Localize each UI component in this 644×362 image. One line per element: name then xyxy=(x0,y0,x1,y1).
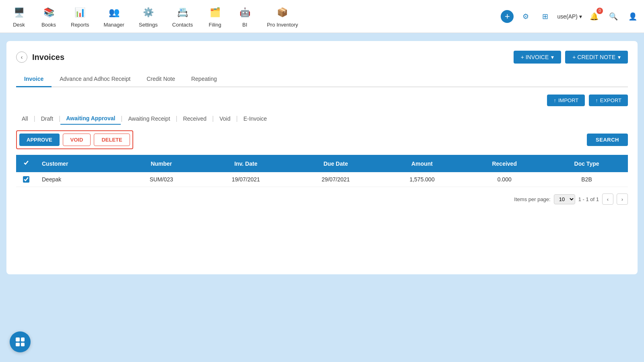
filter-received[interactable]: Received xyxy=(178,113,212,124)
tab-advance[interactable]: Advance and Adhoc Receipt xyxy=(52,72,138,87)
nav-label-filing: Filing xyxy=(209,22,221,28)
add-credit-note-button[interactable]: + CREDIT NOTE ▾ xyxy=(565,51,628,64)
nav-item-filing[interactable]: 🗂️ Filing xyxy=(200,1,230,32)
filter-awaiting-approval[interactable]: Awaiting Approval xyxy=(60,113,121,125)
items-per-page-label: Items per page: xyxy=(514,196,550,202)
col-number: Number xyxy=(122,155,201,172)
reports-icon: 📊 xyxy=(72,5,88,20)
page-header: ‹ Invoices + INVOICE ▾ + CREDIT NOTE ▾ xyxy=(16,51,628,64)
table-row[interactable]: Deepak SUM/023 19/07/2021 29/07/2021 1,5… xyxy=(16,172,628,187)
tab-credit-note[interactable]: Credit Note xyxy=(138,72,183,87)
row-customer: Deepak xyxy=(36,172,122,187)
row-checkbox-cell[interactable] xyxy=(16,172,36,187)
col-due-date: Due Date xyxy=(291,155,380,172)
chevron-down-icon: ▾ xyxy=(579,13,582,20)
nav-item-settings[interactable]: ⚙️ Settings xyxy=(132,1,165,32)
row-due-date: 29/07/2021 xyxy=(291,172,380,187)
filter-all[interactable]: All xyxy=(16,113,34,124)
back-arrow-icon: ‹ xyxy=(21,54,23,60)
col-inv-date: Inv. Date xyxy=(201,155,291,172)
page-header-left: ‹ Invoices xyxy=(16,51,64,63)
user-menu-button[interactable]: use(AP) ▾ xyxy=(557,13,582,20)
per-page-select[interactable]: 10 20 50 xyxy=(554,194,575,204)
add-invoice-button[interactable]: + INVOICE ▾ xyxy=(514,51,561,64)
approve-button[interactable]: APPROVE xyxy=(19,134,60,146)
grid-view-float-button[interactable] xyxy=(10,331,31,352)
nav-item-manager[interactable]: 👥 Manager xyxy=(97,1,132,32)
row-doc-type: B2B xyxy=(545,172,628,187)
row-number: SUM/023 xyxy=(122,172,201,187)
gear-settings-button[interactable]: ⚙ xyxy=(518,9,533,24)
filter-awaiting-receipt[interactable]: Awaiting Receipt xyxy=(123,113,176,124)
col-received: Received xyxy=(463,155,545,172)
nav-label-pro-inventory: Pro Inventory xyxy=(267,22,298,28)
invoice-dropdown-icon: ▾ xyxy=(551,54,554,60)
nav-item-desk[interactable]: 🖥️ Desk xyxy=(4,1,34,32)
col-checkbox[interactable] xyxy=(16,155,36,172)
main-content: ‹ Invoices + INVOICE ▾ + CREDIT NOTE ▾ I… xyxy=(0,33,644,282)
delete-button[interactable]: DELETE xyxy=(94,134,130,146)
nav-item-books[interactable]: 📚 Books xyxy=(34,1,64,32)
user-label: use(AP) xyxy=(557,13,578,20)
nav-item-contacts[interactable]: 📇 Contacts xyxy=(165,1,200,32)
grid-icon xyxy=(16,337,25,346)
row-received: 0.000 xyxy=(463,172,545,187)
grid-view-button[interactable]: ⊞ xyxy=(538,9,552,24)
prev-icon: ‹ xyxy=(607,196,609,202)
prev-page-button[interactable]: ‹ xyxy=(602,193,613,205)
col-customer: Customer xyxy=(36,155,122,172)
nav-label-manager: Manager xyxy=(104,22,124,28)
nav-item-bi[interactable]: 🤖 BI xyxy=(230,1,260,32)
notification-button[interactable]: 🔔 0 xyxy=(587,9,601,24)
filing-icon: 🗂️ xyxy=(207,5,223,20)
export-icon: ↑ xyxy=(595,97,598,103)
bulk-action-buttons: APPROVE VOID DELETE xyxy=(16,130,133,149)
import-button[interactable]: ↑ IMPORT xyxy=(547,95,585,106)
filter-draft[interactable]: Draft xyxy=(35,113,59,124)
nav-label-desk: Desk xyxy=(13,22,25,28)
import-icon: ↑ xyxy=(553,97,556,103)
search-button[interactable]: 🔍 xyxy=(606,9,621,24)
page-title: Invoices xyxy=(32,53,64,62)
invoices-card: ‹ Invoices + INVOICE ▾ + CREDIT NOTE ▾ I… xyxy=(6,41,638,274)
tab-repeating[interactable]: Repeating xyxy=(183,72,225,87)
invoices-table: Customer Number Inv. Date Due Date Amoun… xyxy=(16,155,628,187)
manager-icon: 👥 xyxy=(106,5,122,20)
next-icon: › xyxy=(621,196,623,202)
add-invoice-label: + INVOICE xyxy=(521,54,549,60)
pro-inventory-icon: 📦 xyxy=(275,5,290,20)
import-export-row: ↑ IMPORT ↑ EXPORT xyxy=(16,95,628,106)
row-inv-date: 19/07/2021 xyxy=(201,172,291,187)
nav-label-settings: Settings xyxy=(139,22,158,28)
void-button[interactable]: VOID xyxy=(63,134,91,146)
nav-item-pro-inventory[interactable]: 📦 Pro Inventory xyxy=(260,1,305,32)
contacts-icon: 📇 xyxy=(175,5,190,20)
filter-e-invoice[interactable]: E-Invoice xyxy=(238,113,272,124)
tab-invoice[interactable]: Invoice xyxy=(16,72,52,87)
select-all-checkbox[interactable] xyxy=(23,160,29,166)
col-doc-type: Doc Type xyxy=(545,155,628,172)
import-label: IMPORT xyxy=(558,97,578,103)
filter-void[interactable]: Void xyxy=(214,113,236,124)
export-button[interactable]: ↑ EXPORT xyxy=(589,95,628,106)
col-amount: Amount xyxy=(381,155,464,172)
credit-note-dropdown-icon: ▾ xyxy=(618,54,621,60)
page-info: 1 - 1 of 1 xyxy=(578,196,599,202)
add-button[interactable]: + xyxy=(501,10,514,23)
notification-badge: 0 xyxy=(597,8,603,14)
search-button-main[interactable]: SEARCH xyxy=(587,134,628,146)
nav-right-section: + ⚙ ⊞ use(AP) ▾ 🔔 0 🔍 👤 xyxy=(501,9,640,24)
back-button[interactable]: ‹ xyxy=(16,51,27,63)
profile-icon[interactable]: 👤 xyxy=(625,9,640,24)
row-amount: 1,575.000 xyxy=(381,172,464,187)
row-checkbox[interactable] xyxy=(23,176,29,183)
nav-item-reports[interactable]: 📊 Reports xyxy=(64,1,97,32)
next-page-button[interactable]: › xyxy=(617,193,628,205)
table-header-row: Customer Number Inv. Date Due Date Amoun… xyxy=(16,155,628,172)
export-label: EXPORT xyxy=(600,97,621,103)
nav-items-list: 🖥️ Desk 📚 Books 📊 Reports 👥 Manager ⚙️ S… xyxy=(4,1,305,32)
action-buttons-row: APPROVE VOID DELETE SEARCH xyxy=(16,130,628,149)
main-tabs: Invoice Advance and Adhoc Receipt Credit… xyxy=(16,72,628,87)
desk-icon: 🖥️ xyxy=(11,5,27,20)
header-buttons: + INVOICE ▾ + CREDIT NOTE ▾ xyxy=(514,51,628,64)
